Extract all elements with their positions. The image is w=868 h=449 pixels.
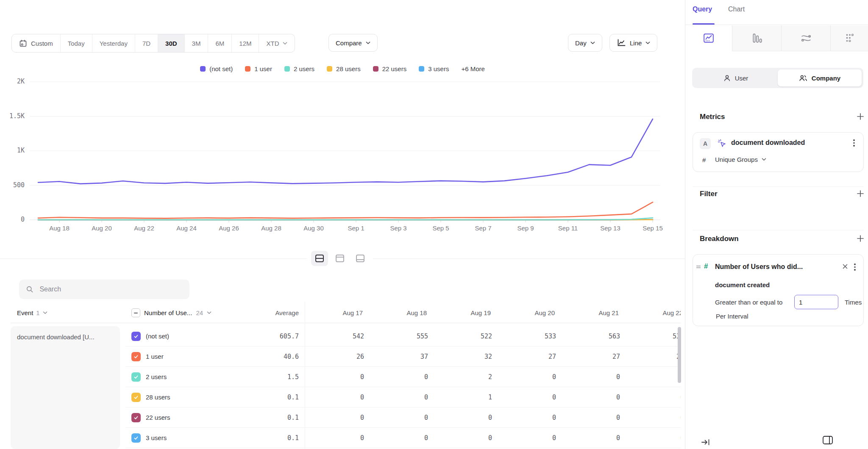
analytics-app: CustomTodayYesterday7D30D3M6M12MXTD Comp… xyxy=(0,0,868,449)
range-custom-button[interactable]: Custom xyxy=(12,34,60,52)
company-icon xyxy=(799,75,807,82)
line-chart[interactable] xyxy=(0,59,685,241)
compare-button[interactable]: Compare xyxy=(328,34,378,52)
cell-value: 535 xyxy=(625,326,681,346)
granularity-button[interactable]: Day xyxy=(568,34,602,52)
vertical-scrollbar[interactable] xyxy=(678,327,681,383)
cell-value: 0 xyxy=(561,387,620,407)
cell-value: 27 xyxy=(561,346,620,367)
add-metric-button[interactable] xyxy=(857,113,865,121)
average-value: 0.1 xyxy=(220,407,299,428)
cell-value: 0 xyxy=(369,428,428,448)
cell-value: 0 xyxy=(369,387,428,407)
chevron-down-icon xyxy=(366,42,370,44)
close-icon[interactable] xyxy=(842,263,848,269)
range-today-button[interactable]: Today xyxy=(60,34,92,52)
collapse-panel-icon[interactable] xyxy=(701,438,711,447)
check-icon xyxy=(134,354,139,359)
check-icon xyxy=(134,395,139,400)
range-7d-button[interactable]: 7D xyxy=(135,34,158,52)
metric-menu-button[interactable] xyxy=(853,139,855,147)
charttab-more[interactable] xyxy=(831,25,868,51)
range-12m-button[interactable]: 12M xyxy=(231,34,259,52)
cell-value: 0 xyxy=(625,387,681,407)
date-column-header[interactable]: Aug 17 xyxy=(303,303,363,323)
check-icon xyxy=(134,435,139,441)
series-checkbox[interactable] xyxy=(131,393,141,402)
drag-handle-icon[interactable] xyxy=(696,264,701,270)
series-checkbox[interactable] xyxy=(131,372,141,382)
series-checkbox[interactable] xyxy=(131,413,141,422)
cell-value: 0 xyxy=(625,367,681,387)
cell-value: 555 xyxy=(369,326,428,346)
breakdown-menu-button[interactable] xyxy=(854,263,856,271)
series-count: 24 xyxy=(196,309,203,316)
cell-value: 0 xyxy=(497,428,556,448)
range-yesterday-button[interactable]: Yesterday xyxy=(92,34,135,52)
add-filter-button[interactable] xyxy=(857,190,865,198)
series-checkbox[interactable] xyxy=(131,332,141,341)
cell-value: 2 xyxy=(433,367,492,387)
event-panel[interactable]: document downloaded [U... xyxy=(11,326,120,449)
cell-value: 0 xyxy=(433,407,492,428)
date-column-header[interactable]: Aug 20 xyxy=(495,303,555,323)
tab-query[interactable]: Query xyxy=(693,6,712,13)
scope-company[interactable]: Company xyxy=(778,69,862,86)
date-column-header[interactable]: Aug 21 xyxy=(559,303,619,323)
charttab-line[interactable] xyxy=(685,25,732,51)
date-column-header[interactable]: Aug 19 xyxy=(431,303,491,323)
date-column-header[interactable]: Aug 18 xyxy=(367,303,427,323)
event-count: 1 xyxy=(36,309,39,316)
range-6m-button[interactable]: 6M xyxy=(208,34,231,52)
chart-grid-icon xyxy=(844,33,855,43)
layout-chart-only-button[interactable] xyxy=(331,251,348,266)
chart-view-icon xyxy=(335,254,345,263)
range-3m-button[interactable]: 3M xyxy=(184,34,208,52)
chevron-down-icon xyxy=(645,42,650,44)
tab-chart[interactable]: Chart xyxy=(728,6,745,13)
layout-split-button[interactable] xyxy=(311,251,328,266)
average-value: 605.7 xyxy=(220,326,299,346)
charttab-flow[interactable] xyxy=(782,25,831,51)
breakdown-card[interactable]: # Number of Users who did... document cr… xyxy=(693,254,864,326)
average-column-header[interactable]: Average xyxy=(220,303,299,323)
series-column-header[interactable]: Number of Use... 24 xyxy=(131,303,211,323)
filter-header: Filter xyxy=(700,190,718,198)
date-column-header[interactable]: Aug 22 xyxy=(623,303,681,323)
search-input[interactable] xyxy=(39,285,182,294)
line-chart-icon xyxy=(617,39,626,47)
cell-value: 0 xyxy=(305,367,364,387)
cell-value: 0 xyxy=(433,428,492,448)
section-divider xyxy=(693,186,864,187)
series-label: 1 user xyxy=(146,346,164,367)
layout-table-only-button[interactable] xyxy=(352,251,369,266)
check-icon xyxy=(134,334,139,339)
metric-card[interactable]: A document downloaded # Unique Groups xyxy=(693,132,864,172)
cell-value: 0 xyxy=(497,407,556,428)
event-column-header[interactable]: Event 1 xyxy=(17,303,47,323)
chart-type-label: Line xyxy=(630,39,642,47)
times-value-input[interactable] xyxy=(794,295,838,309)
cell-value: 0 xyxy=(369,367,428,387)
cell-value: 0 xyxy=(305,407,364,428)
scope-user[interactable]: User xyxy=(694,69,778,86)
add-breakdown-button[interactable] xyxy=(857,235,865,243)
search-icon xyxy=(26,285,33,293)
toggle-sidebar-icon[interactable] xyxy=(822,435,834,445)
range-30d-button[interactable]: 30D xyxy=(158,34,184,52)
series-checkbox[interactable] xyxy=(131,433,141,443)
select-all-checkbox[interactable] xyxy=(131,308,140,317)
scope-company-label: Company xyxy=(812,75,840,82)
chart-type-button[interactable]: Line xyxy=(609,34,657,52)
series-label: (not set) xyxy=(146,326,169,346)
aggregation-selector[interactable]: Unique Groups xyxy=(715,156,766,163)
range-xtd-button[interactable]: XTD xyxy=(259,34,295,52)
breakdown-event: document created xyxy=(715,281,770,288)
section-divider xyxy=(693,230,864,230)
range-label: 6M xyxy=(215,40,224,47)
series-checkbox[interactable] xyxy=(131,352,141,361)
cell-value: 0 xyxy=(561,428,620,448)
range-label: Custom xyxy=(31,40,53,47)
event-pointer-icon xyxy=(717,139,726,148)
charttab-bar[interactable] xyxy=(732,25,782,51)
